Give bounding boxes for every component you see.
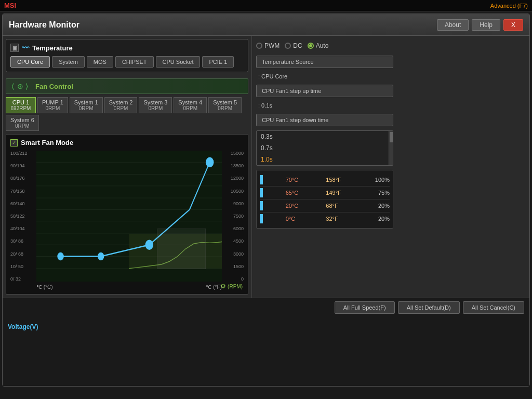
y-axis-label: 80/176 — [10, 176, 34, 181]
hardware-monitor-window: Hardware Monitor About Help X ▣ 〰 Temper… — [2, 14, 530, 387]
fan-point-temp-c: 20°C — [286, 203, 307, 209]
action-btn-all-full-speed-f-[interactable]: All Full Speed(F) — [335, 301, 395, 314]
y-axis-label: 0/ 32 — [10, 276, 34, 282]
chart-x-axis: ℃ (°C) ℃ (°F) — [36, 283, 222, 291]
y-axis-label: 90/194 — [10, 163, 34, 168]
left-panel: ▣ 〰 Temperature CPU CoreSystemMOSCHIPSET… — [3, 36, 252, 298]
fan-point-bar — [260, 175, 263, 184]
temp-celsius-label: ℃ (°C) — [36, 284, 53, 290]
bottom-bar: All Full Speed(F)All Set Default(D)All S… — [3, 298, 529, 386]
rpm-label: (RPM) — [228, 284, 243, 289]
temp-btn-pcie-1[interactable]: PCIE 1 — [202, 56, 234, 68]
temperature-buttons: CPU CoreSystemMOSCHIPSETCPU SocketPCIE 1 — [10, 56, 244, 68]
chart-canvas-area: ℃ (°C) ℃ (°F) — [36, 151, 222, 282]
pwm-radio[interactable]: PWM — [256, 42, 280, 49]
fan-point-percent: 100% — [369, 177, 390, 183]
fan-step-up-button[interactable]: CPU Fan1 step up time — [256, 85, 393, 97]
fan-tab-system-1[interactable]: System 10RPM — [70, 97, 103, 113]
auto-label: Auto — [316, 42, 329, 49]
fan-point-percent: 75% — [369, 190, 390, 196]
temp-source-value: : CPU Core — [256, 72, 393, 81]
temp-btn-system[interactable]: System — [52, 56, 85, 68]
stepdown-item-10[interactable]: 1.0s — [257, 154, 393, 165]
action-btn-all-set-default-d-[interactable]: All Set Default(D) — [398, 301, 460, 314]
fan-icon-2: ⊛ — [17, 82, 23, 90]
fan-point-temp-f: 158°F — [326, 177, 349, 183]
fan-point-temp-f: 149°F — [326, 190, 349, 196]
y-rpm-label: 10500 — [231, 189, 244, 194]
fan-control-header: ⟨ ⊛ ⟩ Fan Control — [6, 78, 248, 94]
right-panel: PWM DC Auto Temperature Source : CPU Cor… — [252, 36, 397, 298]
y-rpm-label: 12000 — [231, 176, 244, 181]
temp-btn-chipset[interactable]: CHIPSET — [115, 56, 154, 68]
y-rpm-label: 1500 — [233, 264, 244, 269]
fan-control-title: Fan Control — [35, 83, 73, 90]
stepdown-list: 0.3s 0.7s 1.0s — [256, 130, 393, 166]
pwm-label: PWM — [264, 42, 280, 49]
temperature-header: ▣ 〰 Temperature — [10, 44, 244, 52]
window-titlebar: Hardware Monitor About Help X — [3, 14, 529, 36]
thermometer-icon: 〰 — [22, 44, 29, 52]
y-axis-label: 40/104 — [10, 226, 34, 231]
action-btn-all-set-cancel-c-[interactable]: All Set Cancel(C) — [463, 301, 524, 314]
scrollbar[interactable] — [389, 131, 393, 165]
close-button[interactable]: X — [503, 19, 523, 31]
y-rpm-label: 13500 — [231, 163, 244, 168]
y-rpm-label: 6000 — [233, 226, 244, 231]
temp-btn-cpu-socket[interactable]: CPU Socket — [156, 56, 201, 68]
fan-icon: ⟨ — [11, 82, 14, 90]
fan-point-row: 20°C 68°F 20% — [260, 200, 390, 212]
fan-tab-system-2[interactable]: System 20RPM — [104, 97, 138, 113]
chart-svg — [36, 151, 222, 282]
fan-tab-system-3[interactable]: System 30RPM — [139, 97, 172, 113]
auto-radio-circle — [308, 43, 314, 49]
y-axis-label: 10/ 50 — [10, 264, 34, 269]
y-rpm-label: 4500 — [233, 238, 244, 244]
dc-radio[interactable]: DC — [285, 42, 302, 49]
top-bar: MSI Advanced (F7) — [0, 0, 532, 11]
fan-point-percent: 20% — [369, 216, 390, 222]
about-button[interactable]: About — [437, 19, 469, 31]
y-axis-label: 100/212 — [10, 151, 34, 156]
y-rpm-label: 9000 — [233, 201, 244, 206]
fan-point-row: 0°C 32°F 20% — [260, 212, 390, 225]
fan-tab-pump-1[interactable]: PUMP 10RPM — [37, 97, 68, 113]
stepdown-item-03[interactable]: 0.3s — [257, 131, 393, 142]
fan-point-percent: 20% — [369, 203, 390, 209]
y-axis-label: 70/158 — [10, 189, 34, 194]
fan-tab-system-4[interactable]: System 40RPM — [174, 97, 207, 113]
fan-point-row: 70°C 158°F 100% — [260, 174, 390, 187]
dc-label: DC — [293, 42, 302, 49]
temp-source-button[interactable]: Temperature Source — [256, 56, 393, 68]
fan-section: ⟨ ⊛ ⟩ Fan Control CPU 1692RPMPUMP 10RPMS… — [3, 75, 251, 298]
advanced-label: Advanced (F7) — [490, 3, 528, 9]
expand-button[interactable]: ▣ — [10, 44, 19, 52]
fan-point-bar — [260, 188, 263, 197]
chart-y-axis-left: 100/21290/19480/17670/15860/14050/12240/… — [10, 151, 36, 282]
y-axis-label: 50/122 — [10, 214, 34, 219]
temperature-title: Temperature — [32, 44, 73, 52]
fan-tab-system-6[interactable]: System 60RPM — [6, 115, 39, 131]
fan-tab-system-5[interactable]: System 50RPM — [208, 97, 242, 113]
smart-fan-checkbox[interactable]: ✓ — [10, 139, 18, 147]
msi-logo: MSI — [4, 2, 16, 9]
temp-btn-mos[interactable]: MOS — [87, 56, 113, 68]
y-rpm-label: 15000 — [231, 151, 244, 156]
help-button[interactable]: Help — [472, 19, 500, 31]
fan-point-temp-c: 70°C — [286, 177, 307, 183]
scrollbar-thumb[interactable] — [390, 132, 393, 142]
mode-radios: PWM DC Auto — [256, 40, 393, 51]
fan-tabs: CPU 1692RPMPUMP 10RPMSystem 10RPMSystem … — [6, 97, 248, 131]
svg-point-11 — [57, 252, 63, 261]
fan-step-up-value: : 0.1s — [256, 101, 393, 110]
y-axis-label: 20/ 68 — [10, 251, 34, 257]
svg-point-14 — [206, 157, 214, 167]
smart-fan-title: Smart Fan Mode — [21, 139, 73, 147]
dc-radio-circle — [285, 43, 291, 49]
y-axis-label: 60/140 — [10, 201, 34, 206]
stepdown-item-07[interactable]: 0.7s — [257, 142, 393, 154]
temp-btn-cpu-core[interactable]: CPU Core — [10, 56, 50, 68]
fan-step-down-button[interactable]: CPU Fan1 step down time — [256, 114, 393, 126]
fan-tab-cpu-1[interactable]: CPU 1692RPM — [6, 97, 36, 113]
auto-radio[interactable]: Auto — [308, 42, 329, 49]
